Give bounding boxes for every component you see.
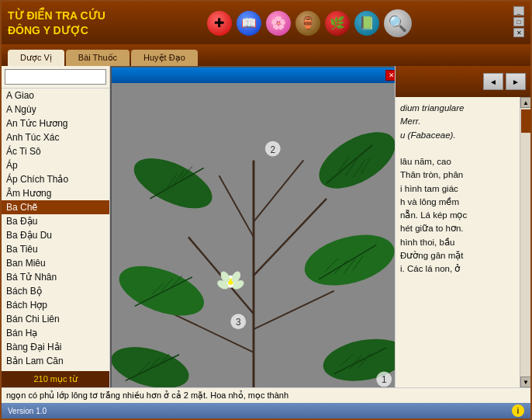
svg-text:3: 3 <box>236 317 241 328</box>
count-label: 210 mục từ <box>33 374 77 384</box>
list-item[interactable]: Âm Hương <box>2 186 109 200</box>
text-line-6: Thân tròn, phân <box>400 170 463 179</box>
title-bar: TỪ ĐIỂN TRA CỨU ĐÔNG Y DƯỢC ✚ 📖 🌸 🏺 🌿 📗 … <box>2 2 530 44</box>
sidebar-footer: 210 mục từ <box>2 371 109 387</box>
nav-next-button[interactable]: ► <box>506 73 526 90</box>
list-item[interactable]: Bá Tử Nhân <box>2 270 109 284</box>
modal-title-bar: ✕ <box>112 68 395 83</box>
text-line-12: Đường gân mặt <box>400 251 463 260</box>
scrollbar[interactable]: ▲ ▼ <box>520 97 530 387</box>
list-item[interactable]: Áp <box>2 158 109 172</box>
maximize-button[interactable]: □ <box>513 17 524 26</box>
list-item[interactable]: Ác Ti Sô <box>2 144 109 158</box>
search-icon[interactable]: 🔍 <box>384 9 412 37</box>
scroll-down-button[interactable]: ▼ <box>520 377 530 387</box>
sidebar: Ba Chẽ A Giao A Ngùy An Tức Hương Anh Tú… <box>2 66 110 387</box>
version-label: Version 1.0 <box>8 407 47 415</box>
minimize-button[interactable]: _ <box>513 6 524 16</box>
list-item[interactable]: Anh Túc Xác <box>2 130 109 144</box>
window-controls: _ □ ✕ <box>513 6 524 37</box>
search-box: Ba Chẽ <box>2 66 109 89</box>
text-line-7: i hình tam giác <box>400 184 458 193</box>
text-line-13: i. Các lá non, ở <box>400 264 460 273</box>
list-item[interactable]: Bản Lam Căn <box>2 354 109 368</box>
list-item[interactable]: Bách Bộ <box>2 284 109 298</box>
mortar-icon[interactable]: 🏺 <box>295 11 320 36</box>
list-item[interactable]: Ba Đậu <box>2 214 109 228</box>
list-item[interactable]: Áp Chích Thảo <box>2 172 109 186</box>
list-item[interactable]: An Tức Hương <box>2 116 109 130</box>
info-button[interactable]: i <box>512 404 524 417</box>
text-line-8: h và lông mềm <box>400 197 459 207</box>
herb-icon[interactable]: 🌿 <box>325 11 350 36</box>
list-item[interactable]: A Giao <box>2 89 109 102</box>
text-line-10: hét giữa to hơn. <box>400 224 464 233</box>
text-content: dium triangulare Merr. u (Fabaceae). lâu… <box>400 102 526 276</box>
text-line-2: Merr. <box>400 116 420 126</box>
list-item[interactable]: Bách Hợp <box>2 298 109 312</box>
book-icon[interactable]: 📖 <box>237 11 261 36</box>
title-text: TỪ ĐIỂN TRA CỨU ĐÔNG Y DƯỢC <box>8 9 105 36</box>
list-item[interactable]: A Ngùy <box>2 102 109 116</box>
text-line-3: u (Fabaceae). <box>400 130 456 140</box>
list-item[interactable]: Ban Miêu <box>2 256 109 270</box>
version-bar: Version 1.0 i <box>2 403 530 418</box>
list-item[interactable]: Ba Đậu Du <box>2 228 109 242</box>
cross-icon[interactable]: ✚ <box>207 11 232 36</box>
text-line-1: dium triangulare <box>400 103 464 113</box>
list-item[interactable]: Bán Hạ <box>2 326 109 340</box>
svg-text:1: 1 <box>382 374 387 385</box>
text-line-9: nẵn. Lá kép mọc <box>400 210 467 220</box>
book2-icon[interactable]: 📗 <box>354 11 379 36</box>
text-line-11: hình thoi, bầu <box>400 238 454 247</box>
modal-image-area: 2 3 4 1 <box>112 83 395 387</box>
flower-icon[interactable]: 🌸 <box>266 11 291 36</box>
nav-buttons: ◄ ► <box>483 73 526 90</box>
main-window: TỪ ĐIỂN TRA CỨU ĐÔNG Y DƯỢC ✚ 📖 🌸 🏺 🌿 📗 … <box>0 0 532 420</box>
plant-illustration: 2 3 4 1 <box>112 83 395 387</box>
list-item-selected[interactable]: Ba Chẽ <box>2 200 109 214</box>
scroll-up-button[interactable]: ▲ <box>520 97 530 108</box>
list-item[interactable]: Ba Tiêu <box>2 242 109 256</box>
list-item[interactable]: Bàng Đại Hải <box>2 340 109 354</box>
tab-bai-thuoc[interactable]: Bài Thuốc <box>66 50 130 66</box>
modal-close-button[interactable]: ✕ <box>385 70 395 81</box>
search-input[interactable]: Ba Chẽ <box>5 69 106 85</box>
tab-huyet-dao[interactable]: Huyệt Đạo <box>131 50 198 66</box>
tab-duoc-vi[interactable]: Dược Vị <box>8 50 64 66</box>
content-area: Ba Chẽ A Giao A Ngùy An Tức Hương Anh Tú… <box>2 66 530 387</box>
text-line-5: lâu năm, cao <box>400 157 451 166</box>
list-item[interactable]: Bán Chi Liên <box>2 312 109 326</box>
svg-text:2: 2 <box>270 144 275 155</box>
scroll-thumb[interactable] <box>521 109 530 133</box>
main-content: ược vị ✕ <box>110 66 395 387</box>
bottom-text-row: ngọn có phủ lớp lông tơ trắng nhiều hơn … <box>2 387 530 403</box>
nav-prev-button[interactable]: ◄ <box>483 73 503 90</box>
close-button[interactable]: ✕ <box>513 28 524 37</box>
image-modal: ✕ <box>110 66 395 387</box>
right-panel-header: ◄ ► <box>396 66 530 97</box>
title-icons: ✚ 📖 🌸 🏺 🌿 📗 🔍 <box>207 9 412 37</box>
bottom-text: ngọn có phủ lớp lông tơ trắng nhiều hơn … <box>6 390 288 400</box>
list-container[interactable]: A Giao A Ngùy An Tức Hương Anh Túc Xác Á… <box>2 89 109 371</box>
tab-bar: Dược Vị Bài Thuốc Huyệt Đạo <box>2 44 530 66</box>
right-panel: ◄ ► dium triangulare Merr. u (Fabaceae).… <box>395 66 530 387</box>
